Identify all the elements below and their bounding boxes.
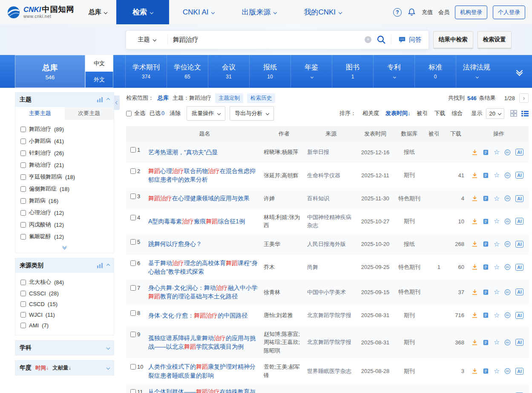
result-source[interactable]: 中国中小学美术	[307, 288, 355, 297]
result-title-link[interactable]: 舞蹈心理治疗联合药物治疗在混合焦虑抑郁症患者中的效果分析	[148, 167, 261, 184]
filter-checkbox[interactable]	[20, 280, 26, 285]
search-history-button[interactable]: 检索历史	[247, 93, 275, 103]
html-read-icon[interactable]	[483, 195, 489, 202]
html-read-icon[interactable]	[483, 264, 489, 270]
cite-icon[interactable]	[504, 149, 511, 156]
result-source[interactable]: 世界睡眠医学杂志	[307, 367, 355, 376]
cite-icon[interactable]	[504, 195, 511, 202]
result-authors[interactable]: 林晴;利婧;张为西	[264, 213, 305, 230]
result-source[interactable]: 百科知识	[307, 194, 355, 203]
download-icon[interactable]	[472, 368, 478, 374]
result-title-link[interactable]: 跳舞何以疗愈身心？	[148, 240, 261, 248]
filter-checkbox[interactable]	[20, 210, 26, 216]
filter-checkbox[interactable]	[20, 198, 26, 204]
row-checkbox[interactable]	[130, 389, 136, 393]
scope-value[interactable]: 总库	[158, 94, 169, 102]
html-read-icon[interactable]	[483, 312, 489, 318]
download-icon[interactable]	[472, 312, 478, 318]
bell-icon[interactable]	[407, 8, 416, 17]
result-source[interactable]: 人民日报海外版	[307, 240, 355, 249]
filter-checkbox[interactable]	[20, 323, 26, 328]
result-download-count[interactable]: 368	[445, 339, 466, 346]
expand-databases-icon[interactable]	[517, 68, 522, 75]
filter-item[interactable]: WJCI (11)	[15, 309, 114, 320]
favorite-icon[interactable]: ☆	[494, 312, 500, 319]
filter-item[interactable]: 小舞蹈病 (41)	[15, 135, 114, 147]
select-all[interactable]: 全选	[126, 110, 145, 117]
favorite-icon[interactable]: ☆	[494, 339, 500, 346]
result-title-link[interactable]: A型肉毒毒素治疗瘢痕舞蹈综合征1例	[148, 217, 261, 225]
filter-item[interactable]: 针刺治疗 (26)	[15, 147, 114, 159]
download-icon[interactable]	[472, 149, 478, 156]
filter-checkbox[interactable]	[20, 127, 26, 132]
html-read-icon[interactable]	[483, 339, 489, 346]
cite-icon[interactable]	[504, 172, 511, 179]
nav-publication-source[interactable]: 出版来源	[228, 0, 290, 24]
member-link[interactable]: 会员	[438, 9, 449, 16]
ai-badge[interactable]: AI	[515, 241, 523, 248]
download-icon[interactable]	[472, 172, 478, 179]
list-view-icon[interactable]	[521, 110, 529, 117]
lang-zh-tab[interactable]: 中文	[85, 55, 113, 72]
sort-option[interactable]: 综合	[452, 110, 463, 116]
sort-option[interactable]: 被引	[417, 110, 428, 116]
filter-item[interactable]: 偏侧舞蹈症 (18)	[15, 183, 114, 195]
ai-badge[interactable]: AI	[515, 195, 523, 202]
download-icon[interactable]	[472, 339, 478, 346]
sort-option[interactable]: 发表时间↓	[385, 110, 411, 116]
result-authors[interactable]: 乔木	[264, 263, 305, 272]
result-title-link[interactable]: 人类作业模式下的舞蹈康复护理对精神分裂症患者睡眠质量的影响	[148, 362, 261, 380]
cite-icon[interactable]	[504, 264, 511, 270]
ai-badge[interactable]: AI	[515, 264, 523, 271]
nav-my-cnki[interactable]: 我的CNKI	[290, 0, 355, 24]
lang-en-tab[interactable]: 外文	[85, 72, 113, 88]
search-settings-button[interactable]: 检索设置	[477, 31, 512, 48]
cite-icon[interactable]	[504, 289, 511, 295]
cite-icon[interactable]	[504, 312, 511, 318]
download-icon[interactable]	[472, 218, 478, 225]
subject-custom-button[interactable]: 主题定制	[215, 93, 243, 103]
filter-item[interactable]: 丙戊酸钠 (12)	[15, 219, 114, 231]
row-checkbox[interactable]	[130, 147, 136, 153]
filter-checkbox[interactable]	[20, 291, 26, 296]
html-read-icon[interactable]	[483, 289, 489, 295]
filter-item[interactable]: 氟哌啶醇 (12)	[15, 231, 114, 243]
ai-badge[interactable]: AI	[515, 289, 523, 295]
year-sort-volume[interactable]: 文献量↓	[52, 364, 71, 372]
db-tab[interactable]: 专利	[373, 55, 414, 88]
result-download-count[interactable]: 41	[445, 172, 466, 179]
select-all-checkbox[interactable]	[126, 111, 132, 116]
favorite-icon[interactable]: ☆	[494, 149, 500, 156]
result-download-count[interactable]: 10	[445, 218, 466, 225]
filter-item[interactable]: 舞蹈病 (16)	[15, 195, 114, 207]
html-read-icon[interactable]	[483, 368, 489, 374]
row-checkbox[interactable]	[130, 364, 136, 370]
nav-search[interactable]: 检索	[116, 0, 169, 24]
org-login-button[interactable]: 机构登录	[455, 6, 487, 19]
cite-icon[interactable]	[504, 218, 511, 225]
db-tab[interactable]: 报纸 10	[249, 55, 290, 88]
ai-badge[interactable]: AI	[515, 172, 523, 179]
tab-secondary-subject[interactable]: 次要主题	[65, 107, 114, 120]
search-icon[interactable]	[377, 35, 386, 44]
qa-button[interactable]: 问答	[391, 35, 428, 45]
row-checkbox[interactable]	[130, 239, 136, 245]
favorite-icon[interactable]: ☆	[494, 241, 500, 248]
filter-item[interactable]: 北大核心 (84)	[15, 276, 114, 288]
help-icon[interactable]: ?	[393, 8, 402, 17]
result-authors[interactable]: 王美华	[264, 240, 305, 249]
filter-checkbox[interactable]	[20, 150, 26, 156]
grid-view-icon[interactable]	[510, 110, 517, 117]
filter-checkbox[interactable]	[20, 222, 26, 228]
filter-checkbox[interactable]	[20, 234, 26, 240]
sidebar-collapse-handle[interactable]	[114, 95, 120, 110]
ai-badge[interactable]: AI	[515, 312, 523, 319]
result-authors[interactable]: 唐怡;刘若雅	[264, 311, 305, 320]
personal-login-button[interactable]: 个人登录	[493, 6, 525, 19]
db-tab[interactable]: 法律法规	[456, 55, 497, 88]
download-icon[interactable]	[472, 195, 478, 202]
result-authors[interactable]: 程晓琳;杨频萍	[264, 148, 305, 156]
db-tab[interactable]: 标准 0	[414, 55, 456, 88]
favorite-icon[interactable]: ☆	[494, 172, 500, 179]
row-checkbox[interactable]	[130, 332, 136, 337]
